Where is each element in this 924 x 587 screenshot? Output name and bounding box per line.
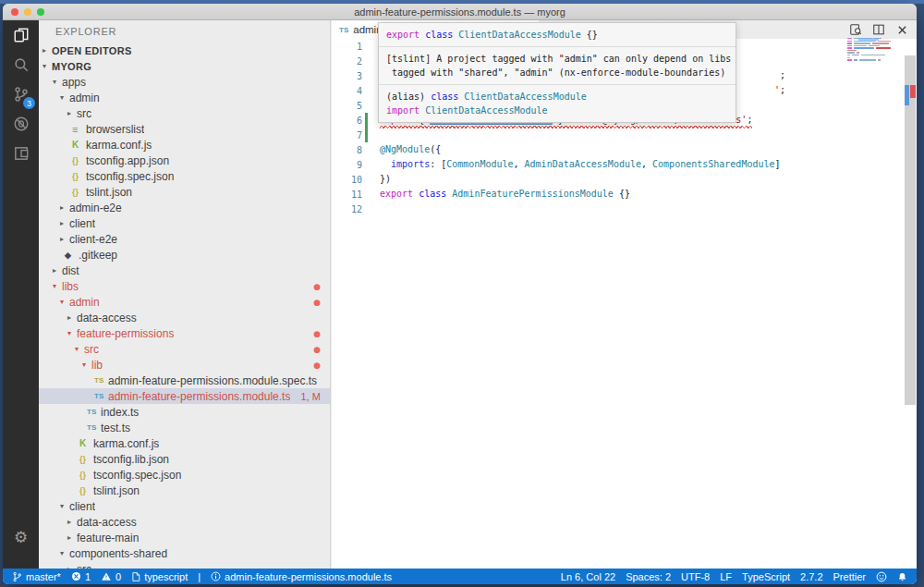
line-number: 10	[332, 175, 362, 185]
chevron-collapsed-icon[interactable]: ▸	[67, 109, 77, 117]
scrollbar-slider[interactable]	[905, 55, 916, 405]
chevron-expanded-icon[interactable]: ▾	[43, 62, 52, 70]
tree-item-karma-conf-js[interactable]: Kkarma.conf.js	[39, 137, 330, 153]
tree-item-tsconfig-spec-json[interactable]: {}tsconfig.spec.json	[39, 467, 330, 483]
chevron-collapsed-icon[interactable]: ▸	[67, 533, 77, 542]
minimize-window-icon[interactable]	[24, 8, 31, 16]
code-line-9[interactable]: 9 imports: [CommonModule, AdminDataAcces…	[332, 157, 904, 172]
chevron-collapsed-icon[interactable]: ▸	[60, 235, 69, 243]
statusbar-prettier[interactable]: Prettier	[833, 571, 866, 582]
tree-item-tslint-json[interactable]: {}tslint.json	[39, 184, 330, 200]
statusbar-info-circle[interactable]: admin-feature-permissions.module.ts	[211, 571, 392, 582]
settings-gear-icon[interactable]: ⚙	[3, 528, 39, 546]
line-content: @NgModule({	[380, 142, 441, 157]
code-line-11[interactable]: 11export class AdminFeaturePermissionsMo…	[332, 187, 904, 202]
statusbar-bell[interactable]	[897, 571, 907, 582]
tree-item-apps[interactable]: ▾apps	[39, 74, 330, 90]
chevron-expanded-icon[interactable]: ▾	[60, 298, 69, 306]
tree-item-admin-feature-permissions-module-spec-ts[interactable]: TSadmin-feature-permissions.module.spec.…	[39, 373, 330, 388]
item-label: admin	[69, 92, 100, 104]
tree-item-admin-feature-permissions-module-ts[interactable]: TSadmin-feature-permissions.module.ts1, …	[39, 388, 330, 404]
statusbar-typescript[interactable]: TypeScript	[742, 571, 790, 582]
tree-item-data-access[interactable]: ▸data-access	[39, 514, 330, 530]
item-label: client	[69, 500, 95, 513]
tree-item-data-access[interactable]: ▸data-access	[39, 310, 330, 325]
code-line-8[interactable]: 8@NgModule({	[332, 142, 904, 157]
activity-item-search-icon[interactable]	[3, 50, 39, 79]
chevron-collapsed-icon[interactable]: ▸	[60, 219, 69, 227]
line-number: 12	[332, 204, 362, 214]
chevron-collapsed-icon[interactable]: ▸	[53, 266, 62, 275]
line-content: ';	[774, 83, 785, 98]
split-editor-icon[interactable]	[871, 22, 886, 37]
statusbar-2-7-2[interactable]: 2.7.2	[800, 571, 822, 582]
tree-item-src[interactable]: ▸src	[39, 561, 330, 569]
section-myorg[interactable]: ▾MYORG	[39, 58, 330, 74]
chevron-expanded-icon[interactable]: ▾	[53, 282, 62, 290]
chevron-collapsed-icon[interactable]: ▸	[67, 518, 77, 526]
line-number: 2	[332, 56, 362, 67]
tree-item-libs[interactable]: ▾libs●	[39, 278, 330, 294]
statusbar-doc-status[interactable]: typescript	[131, 571, 188, 582]
chevron-collapsed-icon[interactable]: ▸	[43, 46, 52, 55]
chevron-expanded-icon[interactable]: ▾	[67, 329, 77, 337]
tree-item-client[interactable]: ▸client	[39, 215, 330, 231]
statusbar-ln-6-col-22[interactable]: Ln 6, Col 22	[561, 571, 615, 582]
tree-item--gitkeep[interactable]: ◆.gitkeep	[39, 247, 330, 263]
statusbar-utf-8[interactable]: UTF-8	[681, 571, 710, 582]
close-editor-icon[interactable]	[894, 22, 909, 37]
code-line-12[interactable]: 12	[332, 202, 904, 216]
statusbar-label: Spaces: 2	[626, 571, 671, 582]
activity-item-debug-icon[interactable]	[3, 109, 39, 139]
title-bar[interactable]: admin-feature-permissions.module.ts — my…	[3, 4, 917, 20]
tree-item-src[interactable]: ▸src	[39, 105, 330, 121]
tree-item-components-shared[interactable]: ▾components-shared	[39, 545, 330, 561]
tree-item-client[interactable]: ▾client	[39, 498, 330, 514]
tree-item-tsconfig-lib-json[interactable]: {}tsconfig.lib.json	[39, 451, 330, 467]
tree-item-admin-e2e[interactable]: ▸admin-e2e	[39, 200, 330, 215]
tree-item-karma-conf-js[interactable]: Kkarma.conf.js	[39, 435, 330, 451]
statusbar-warning-triangle[interactable]: 0	[101, 571, 121, 582]
tree-item-admin[interactable]: ▾admin	[39, 90, 330, 105]
section-open-editors[interactable]: ▸OPEN EDITORS	[39, 43, 330, 58]
activity-item-source-control-icon[interactable]: 3	[3, 79, 39, 109]
chevron-expanded-icon[interactable]: ▾	[60, 502, 69, 510]
tree-item-dist[interactable]: ▸dist	[39, 263, 330, 278]
chevron-expanded-icon[interactable]: ▾	[60, 549, 69, 557]
close-window-icon[interactable]	[11, 8, 18, 16]
chevron-expanded-icon[interactable]: ▾	[82, 361, 91, 369]
chevron-expanded-icon[interactable]: ▾	[75, 345, 84, 353]
tree-item-tsconfig-app-json[interactable]: {}tsconfig.app.json	[39, 153, 330, 168]
statusbar-git-branch[interactable]: master*	[12, 571, 61, 582]
tree-item-tslint-json[interactable]: {}tslint.json	[39, 483, 330, 498]
tree-item-index-ts[interactable]: TSindex.ts	[39, 404, 330, 420]
statusbar-lf[interactable]: LF	[720, 571, 732, 582]
zoom-window-icon[interactable]	[37, 8, 44, 16]
minimap[interactable]	[847, 38, 901, 58]
code-token: ClientDataAccessModule	[419, 105, 547, 116]
editor-scrollbar[interactable]	[904, 20, 917, 569]
tree-item-browserslist[interactable]: ≡browserslist	[39, 121, 330, 137]
tree-item-admin[interactable]: ▾admin●	[39, 294, 330, 310]
tree-item-src[interactable]: ▾src●	[39, 341, 330, 357]
chevron-expanded-icon[interactable]: ▾	[60, 93, 69, 102]
tree-item-lib[interactable]: ▾lib●	[39, 357, 330, 373]
statusbar-smiley[interactable]	[876, 571, 887, 582]
tree-item-feature-main[interactable]: ▸feature-main	[39, 530, 330, 545]
code-line-7[interactable]: 7	[332, 128, 904, 142]
open-preview-icon[interactable]	[848, 22, 863, 37]
tree-item-feature-permissions[interactable]: ▾feature-permissions●	[39, 325, 330, 341]
chevron-collapsed-icon[interactable]: ▸	[67, 313, 77, 322]
smiley-icon	[876, 571, 887, 582]
line-number: 5	[332, 101, 362, 111]
tree-item-test-ts[interactable]: TStest.ts	[39, 420, 330, 435]
statusbar-error-circle[interactable]: 1	[71, 571, 91, 582]
tree-item-tsconfig-spec-json[interactable]: {}tsconfig.spec.json	[39, 168, 330, 184]
activity-item-explorer-icon[interactable]	[3, 20, 39, 50]
statusbar-spaces-2[interactable]: Spaces: 2	[626, 571, 671, 582]
chevron-expanded-icon[interactable]: ▾	[53, 78, 62, 86]
activity-item-extensions-icon[interactable]	[3, 139, 39, 168]
chevron-collapsed-icon[interactable]: ▸	[60, 203, 69, 212]
tree-item-client-e2e[interactable]: ▸client-e2e	[39, 231, 330, 247]
code-line-10[interactable]: 10})	[332, 172, 904, 187]
